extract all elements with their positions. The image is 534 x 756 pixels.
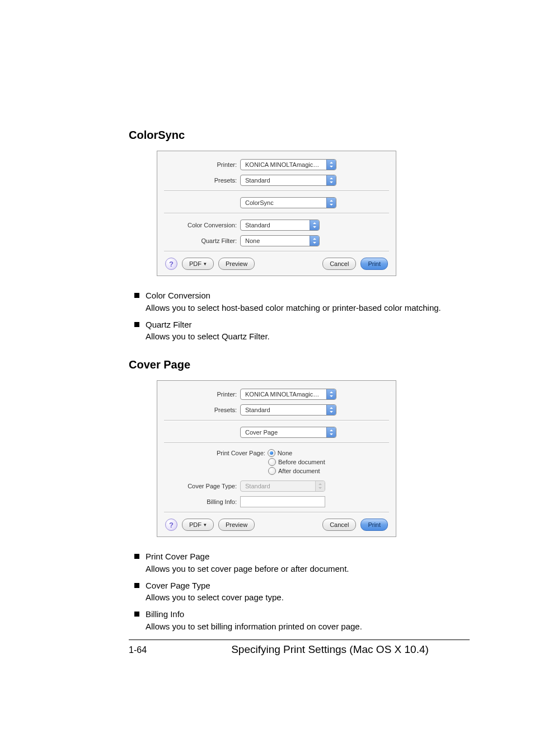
print-button[interactable]: Print [360, 258, 388, 270]
billing-info-label: Billing Info: [165, 498, 240, 505]
list-item: Cover Page Type Allows you to select cov… [129, 580, 470, 604]
updown-icon [310, 236, 319, 246]
list-item: Print Cover Page Allows you to set cover… [129, 550, 470, 575]
color-conversion-value: Standard [241, 222, 310, 228]
feature-desc: Allows you to set billing information pr… [146, 620, 470, 633]
quartz-filter-label: Quartz Filter: [165, 237, 240, 244]
feature-desc: Allows you to select host-based color ma… [146, 302, 470, 314]
radio-none[interactable] [268, 449, 275, 457]
cancel-button[interactable]: Cancel [322, 519, 356, 531]
feature-title: Color Conversion [146, 290, 470, 302]
page-number: 1-64 [129, 645, 190, 655]
radio-before[interactable] [268, 458, 276, 466]
radio-none-label: None [278, 450, 292, 456]
updown-icon [326, 427, 336, 437]
quartz-filter-select[interactable]: None [240, 235, 320, 246]
radio-after-label: After document [278, 468, 320, 474]
cover-page-type-value: Standard [241, 483, 315, 489]
billing-info-input[interactable] [240, 496, 325, 507]
printer-value: KONICA MINOLTAmagicolor 1... [241, 161, 326, 168]
pdf-button[interactable]: PDF [182, 258, 214, 270]
feature-desc: Allows you to select cover page type. [146, 591, 470, 604]
radio-before-label: Before document [278, 459, 325, 465]
updown-icon [326, 389, 336, 399]
feature-title: Print Cover Page [146, 550, 470, 563]
pane-value: Cover Page [241, 429, 326, 436]
presets-value: Standard [241, 407, 326, 413]
printer-label: Printer: [165, 391, 240, 398]
pane-select[interactable]: ColorSync [240, 197, 336, 208]
preview-button[interactable]: Preview [218, 519, 255, 531]
list-item: Billing Info Allows you to set billing i… [129, 608, 470, 633]
section-heading-coverpage: Cover Page [129, 358, 470, 371]
presets-label: Presets: [165, 177, 240, 184]
color-conversion-label: Color Conversion: [165, 222, 240, 228]
print-cover-page-label: Print Cover Page: [217, 450, 265, 456]
pdf-button[interactable]: PDF [182, 519, 214, 531]
footer-title: Specifying Print Settings (Mac OS X 10.4… [190, 643, 470, 656]
help-button[interactable]: ? [165, 258, 177, 270]
updown-icon [315, 481, 325, 491]
preview-button[interactable]: Preview [218, 258, 255, 270]
list-item: Color Conversion Allows you to select ho… [129, 290, 470, 314]
pane-select[interactable]: Cover Page [240, 427, 336, 438]
print-dialog-coverpage: Printer: KONICA MINOLTAmagicolor 1... Pr… [157, 380, 396, 537]
feature-title: Cover Page Type [146, 580, 470, 592]
print-button[interactable]: Print [360, 519, 388, 531]
updown-icon [326, 160, 336, 170]
help-button[interactable]: ? [165, 519, 177, 531]
feature-title: Quartz Filter [146, 319, 470, 331]
printer-select[interactable]: KONICA MINOLTAmagicolor 1... [240, 389, 336, 400]
updown-icon [326, 405, 336, 415]
presets-select[interactable]: Standard [240, 404, 336, 416]
printer-value: KONICA MINOLTAmagicolor 1... [241, 391, 326, 398]
quartz-filter-value: None [241, 237, 310, 244]
printer-label: Printer: [165, 161, 240, 168]
feature-desc: Allows you to select Quartz Filter. [146, 330, 470, 343]
feature-title: Billing Info [146, 608, 470, 620]
cancel-button[interactable]: Cancel [322, 258, 356, 270]
printer-select[interactable]: KONICA MINOLTAmagicolor 1... [240, 159, 336, 170]
colorsync-feature-list: Color Conversion Allows you to select ho… [129, 290, 470, 343]
updown-icon [310, 220, 319, 230]
cover-page-type-select[interactable]: Standard [240, 480, 325, 492]
print-dialog-colorsync: Printer: KONICA MINOLTAmagicolor 1... Pr… [157, 151, 396, 276]
presets-value: Standard [241, 177, 326, 184]
presets-label: Presets: [165, 407, 240, 413]
updown-icon [326, 198, 336, 208]
updown-icon [326, 175, 336, 185]
list-item: Quartz Filter Allows you to select Quart… [129, 319, 470, 343]
radio-after[interactable] [268, 467, 276, 475]
section-heading-colorsync: ColorSync [129, 129, 470, 142]
page-footer: 1-64 Specifying Print Settings (Mac OS X… [129, 640, 470, 656]
feature-desc: Allows you to set cover page before or a… [146, 563, 470, 575]
presets-select[interactable]: Standard [240, 175, 336, 186]
pane-value: ColorSync [241, 199, 326, 206]
cover-page-type-label: Cover Page Type: [165, 483, 240, 489]
coverpage-feature-list: Print Cover Page Allows you to set cover… [129, 550, 470, 633]
color-conversion-select[interactable]: Standard [240, 220, 320, 231]
